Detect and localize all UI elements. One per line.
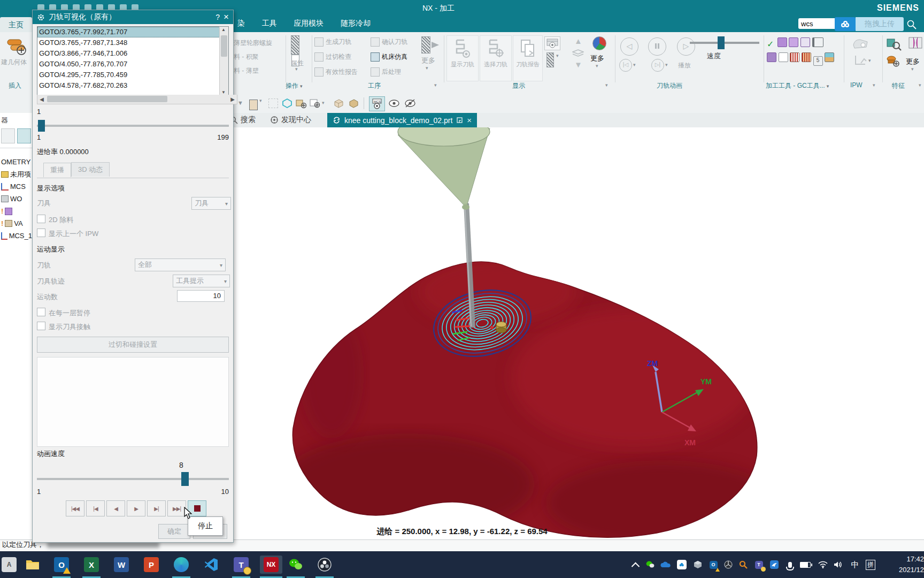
command-search-input[interactable] [798,18,839,29]
measure-icon[interactable] [812,37,823,47]
step-back-icon[interactable]: |◁ [619,59,632,72]
pin-icon[interactable] [456,117,463,124]
disabled-snap-icon[interactable] [268,98,278,108]
generate-toolpath-button[interactable]: 生成刀轨 [314,37,351,47]
step-back-dropdown-icon[interactable]: ▾ [633,62,636,67]
tree-item-workpiece[interactable]: WO [0,193,32,205]
tree-item-operation[interactable]: ! [0,205,32,217]
group-display-dropdown-icon[interactable]: ▾ [605,82,608,88]
tool-display-icon[interactable]: ▾ [546,52,559,67]
tray-wifi-icon[interactable] [816,556,830,574]
striped-doc-icon[interactable] [790,52,799,62]
check-icon[interactable]: ✓ [767,39,775,48]
show-toolpath-button[interactable]: 显示刀轨 [446,35,479,81]
taskbar-outlook[interactable]: O [52,556,71,574]
analysis-colors-icon[interactable] [592,36,606,50]
tray-outlook-icon[interactable]: O [706,556,720,574]
ok-button[interactable]: 确定 [158,524,190,539]
checkbox-icon[interactable] [37,322,45,330]
gallery-item[interactable]: 料 - 薄壁 [234,66,259,75]
scroll-right-icon[interactable]: ▶ [228,95,237,104]
properties-dropdown-icon[interactable]: ▾ [295,66,298,72]
taskbar-powerpoint[interactable]: P [142,556,160,574]
scroll-down-icon[interactable]: ▼ [221,90,226,95]
eye-slash-icon[interactable] [404,98,416,110]
tree-item-va[interactable]: !VA [0,217,32,230]
dialog-help-icon[interactable]: ? [215,13,220,21]
step-forward-dropdown-icon[interactable]: ▾ [665,62,668,67]
dialog-close-icon[interactable]: × [224,12,229,22]
group-feature-label[interactable]: 特征 [892,81,905,90]
dialog-titlebar[interactable]: 刀轨可视化（原有） ? × [33,10,233,24]
tab-close-icon[interactable]: × [467,116,472,125]
single-step-forward-button[interactable]: ▶| [147,500,166,516]
tray-chevron-icon[interactable] [628,556,642,574]
group-animation-label[interactable]: 刀轨动画 [657,81,682,90]
solid-box-icon[interactable] [348,98,359,110]
process-more-icon[interactable] [421,36,439,54]
play-forward-button[interactable]: ▶ [127,500,145,516]
tool-trace-combo[interactable]: 工具提示 [173,275,230,287]
motion-count-field[interactable]: 10 [177,290,225,302]
move-down-icon[interactable]: ▼ [574,60,582,69]
gc-tool-icon[interactable] [800,37,810,47]
checkbox-pause-each-level[interactable]: 在每一层暂停 [37,308,229,318]
search-tab[interactable]: 搜索 [230,115,256,125]
group-gc-tools-label[interactable]: 加工工具 - GC工具... [766,81,829,90]
tree-item-unused[interactable]: 未用项 [0,168,32,180]
hscroll-thumb[interactable] [47,96,167,102]
checkbox-show-tool-contact[interactable]: 显示刀具接触 [37,322,229,332]
scroll-up-icon[interactable]: ▲ [221,27,226,32]
feature-slot-icon[interactable] [908,35,923,52]
ribbon-speed-slider[interactable] [690,40,759,46]
hexagon-select-icon[interactable] [282,98,292,110]
ipw-display-icon[interactable] [851,36,869,52]
gc-tools-icon-row1[interactable]: ✓ [767,37,823,49]
goto-listbox[interactable]: GOTO/3.765,-77.992,71.707 GOTO/3.765,-77… [37,26,229,96]
speed-slider[interactable] [37,471,229,486]
taskbar-app-generic[interactable]: A [0,556,18,574]
tray-search-icon[interactable] [736,556,750,574]
goto-row[interactable]: GOTO/3.765,-77.987,71.348 [37,37,220,48]
toolpath-combo[interactable]: 全部 [135,258,226,271]
group-ipw-label[interactable]: IPW [850,81,863,89]
gouge-check-button[interactable]: 过切检查 [314,52,351,62]
tray-clock[interactable]: 17:42 2021/12 [882,554,924,575]
display-more-dropdown-icon[interactable]: ▾ [596,63,598,69]
tray-wheel-icon[interactable] [721,556,735,574]
navigator-tool-icon[interactable] [1,128,15,143]
tray-microphone-icon[interactable] [783,556,796,574]
scroll-left-icon[interactable]: ◀ [37,95,46,104]
toolpath-report-button[interactable]: 刀轨报告 [513,35,543,81]
tool-combo[interactable]: 刀具 [191,197,231,210]
tray-bird-icon[interactable] [767,556,781,574]
display-more-button[interactable]: 更多 [590,54,604,63]
checkbox-icon[interactable] [37,308,45,316]
snap-point-icon[interactable]: ▾ [249,98,262,110]
navigator-tool-icon-active[interactable] [17,128,31,143]
taskbar-obs[interactable] [315,556,334,574]
toolbar-dropdown-icon[interactable]: ▼ [237,100,243,106]
tree-item-geometry[interactable]: OMETRY [0,156,32,168]
menu-item-tools[interactable]: 工具 [255,16,284,31]
validity-report-button[interactable]: 有效性报告 [314,67,358,77]
goto-vertical-scrollbar[interactable]: ▲ ▼ [219,27,228,95]
feature-find-icon[interactable] [886,36,902,53]
group-display-label[interactable]: 显示 [512,81,525,90]
pause-icon[interactable] [648,37,666,56]
feature-more-button[interactable]: 更多 [906,57,920,66]
tray-netdisk-icon[interactable] [674,556,689,574]
taskbar-nx-active[interactable]: NX [260,556,282,574]
gallery-item[interactable]: 料 - 积聚 [234,52,259,62]
gallery-item[interactable]: 薄壁轮廓螺旋 [234,39,272,48]
tray-wechat-icon[interactable] [643,556,657,574]
taskbar-edge[interactable] [172,556,190,574]
goto-row[interactable]: GOTO/4.578,-77.682,70.263 [37,80,220,91]
verify-toolpath-button[interactable]: 确认刀轨 [371,37,407,47]
move-up-icon[interactable]: ▲ [574,36,582,45]
create-geometry-icon[interactable] [5,35,29,57]
tree-item-mcs[interactable]: MCS [0,180,32,193]
play-backward-button[interactable]: ◀ [106,500,125,516]
process-more-dropdown-icon[interactable]: ▾ [426,65,428,71]
machine-simulation-button[interactable]: 机床仿真 [371,52,407,62]
